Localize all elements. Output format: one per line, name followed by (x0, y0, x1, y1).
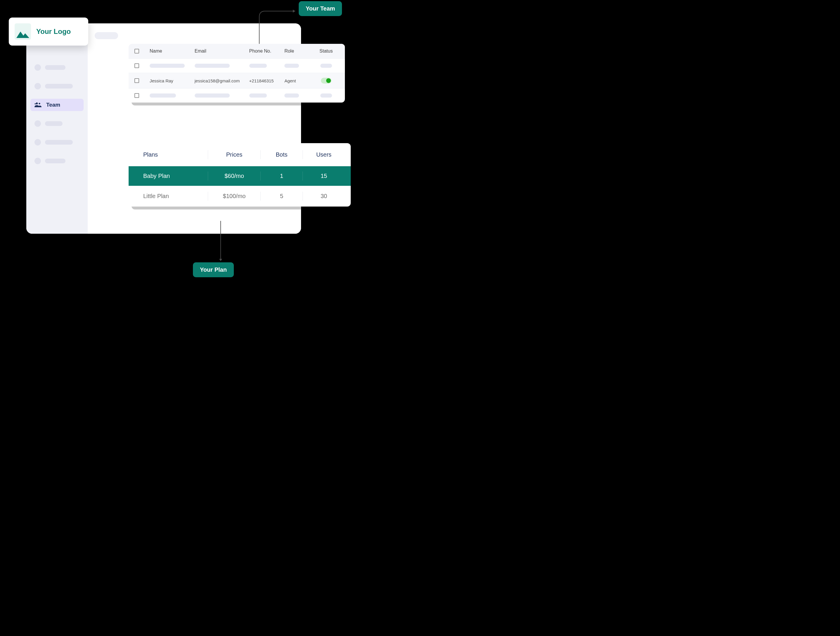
sidebar-item-placeholder[interactable] (30, 155, 84, 167)
cell-placeholder (195, 93, 230, 98)
sidebar-label-placeholder (45, 121, 63, 126)
svg-marker-1 (16, 31, 29, 38)
column-header-role: Role (284, 49, 310, 54)
column-header-status: Status (313, 49, 339, 54)
status-toggle[interactable] (321, 78, 332, 83)
cell-placeholder (150, 93, 176, 98)
cell-placeholder (150, 64, 185, 68)
sidebar-item-placeholder[interactable] (30, 136, 84, 148)
cell-plan-users: 15 (303, 172, 345, 181)
sidebar-icon-placeholder (35, 158, 41, 164)
sidebar-icon-placeholder (35, 139, 41, 145)
sidebar-icon-placeholder (35, 120, 41, 127)
plan-row-baby[interactable]: Baby Plan $60/mo 1 15 (129, 166, 351, 186)
column-header-users: Users (303, 150, 345, 159)
sidebar-label-placeholder (45, 159, 65, 163)
team-table-card: Name Email Phone No. Role Status Jessica… (129, 44, 345, 102)
sidebar-item-placeholder[interactable] (30, 80, 84, 92)
table-row[interactable]: Jessica Ray jessica158@gmail.com +211846… (129, 73, 345, 88)
cell-plan-bots: 1 (261, 172, 303, 181)
logo-card: Your Logo (9, 17, 88, 46)
logo-label: Your Logo (36, 27, 71, 36)
plans-table-card: Plans Prices Bots Users Baby Plan $60/mo… (129, 143, 351, 206)
sidebar-label-placeholder (45, 140, 73, 145)
column-header-bots: Bots (261, 150, 303, 159)
callout-your-team: Your Team (299, 1, 342, 16)
column-header-prices: Prices (208, 150, 261, 159)
cell-placeholder (284, 93, 299, 98)
callout-your-plan: Your Plan (193, 262, 234, 277)
row-checkbox[interactable] (134, 63, 139, 68)
image-icon (14, 24, 31, 40)
cell-plan-price: $100/mo (208, 192, 261, 201)
column-header-name: Name (150, 49, 192, 54)
sidebar-icon-placeholder (35, 64, 41, 71)
row-checkbox[interactable] (134, 93, 139, 98)
cell-placeholder (249, 93, 267, 98)
sidebar-label-placeholder (45, 84, 73, 88)
column-header-email: Email (195, 49, 246, 54)
cell-placeholder (321, 93, 332, 98)
cell-plan-bots: 5 (261, 192, 303, 201)
column-header-phone: Phone No. (249, 49, 282, 54)
people-icon (35, 102, 42, 108)
table-row[interactable] (129, 58, 345, 73)
select-all-checkbox[interactable] (134, 49, 139, 54)
team-table-header: Name Email Phone No. Role Status (129, 44, 345, 58)
cell-email: jessica158@gmail.com (195, 78, 246, 83)
cell-role: Agent (284, 78, 310, 83)
cell-plan-users: 30 (303, 192, 345, 201)
svg-point-2 (36, 102, 38, 104)
cell-plan-name: Baby Plan (134, 172, 208, 181)
row-checkbox[interactable] (134, 78, 139, 83)
column-header-plans: Plans (134, 150, 208, 159)
sidebar-item-placeholder[interactable] (30, 61, 84, 74)
svg-point-4 (35, 104, 36, 105)
sidebar-icon-placeholder (35, 83, 41, 90)
plans-table-header: Plans Prices Bots Users (129, 143, 351, 166)
cell-placeholder (249, 64, 267, 68)
cell-name: Jessica Ray (150, 78, 192, 83)
cell-plan-name: Little Plan (134, 192, 208, 201)
sidebar-item-team[interactable]: Team (30, 99, 84, 111)
sidebar-label-placeholder (45, 65, 65, 70)
sidebar-item-placeholder[interactable] (30, 117, 84, 130)
cell-placeholder (321, 64, 332, 68)
table-row[interactable] (129, 88, 345, 102)
cell-plan-price: $60/mo (208, 172, 261, 181)
topbar-placeholder (95, 32, 118, 39)
cell-placeholder (284, 64, 299, 68)
plan-row-little[interactable]: Little Plan $100/mo 5 30 (129, 186, 351, 206)
cell-placeholder (195, 64, 230, 68)
cell-phone: +211846315 (249, 78, 282, 83)
svg-point-3 (39, 103, 40, 104)
sidebar-item-label: Team (46, 102, 60, 108)
sidebar: Team (26, 24, 88, 234)
